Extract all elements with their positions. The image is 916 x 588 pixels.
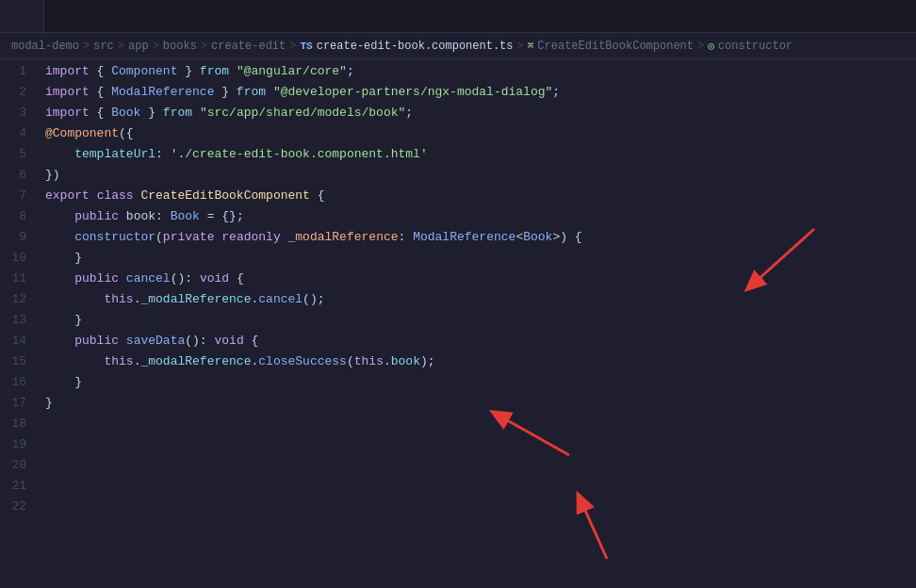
ts-file-icon: TS: [300, 41, 312, 52]
token-punct: (: [347, 354, 354, 368]
component-icon: ⌘: [528, 40, 534, 52]
code-area: 12345678910111213141516171819202122 impo…: [0, 59, 916, 588]
token-punct: ;: [405, 106, 413, 120]
code-content[interactable]: import { Component } from "@angular/core…: [41, 59, 916, 588]
token-kw: void: [200, 271, 229, 286]
token-fn: constructor: [74, 230, 155, 244]
line-number-6: 6: [11, 165, 26, 186]
line-number-21: 21: [11, 476, 26, 497]
code-line-17: }: [45, 310, 916, 331]
code-line-1: import { Component } from "@angular/core…: [45, 61, 916, 82]
token-punct: [45, 292, 104, 306]
token-class-name: CreateEditBookComponent: [140, 188, 309, 203]
line-number-1: 1: [11, 61, 26, 82]
line-number-18: 18: [11, 414, 26, 434]
token-punct: }: [140, 106, 162, 120]
line-number-11: 11: [11, 269, 26, 289]
line-numbers: 12345678910111213141516171819202122: [0, 59, 41, 588]
token-str: './create-edit-book.component.html': [171, 147, 428, 161]
constructor-icon: ◎: [708, 40, 714, 52]
line-number-20: 20: [11, 455, 26, 476]
token-kw: import: [45, 64, 90, 78]
breadcrumb-root: modal-demo: [11, 40, 79, 53]
line-number-22: 22: [11, 497, 26, 517]
token-kw2: from: [237, 85, 266, 99]
token-punct: [119, 334, 126, 348]
line-number-3: 3: [11, 103, 26, 123]
token-kw: public: [74, 271, 119, 286]
token-str: "@developer-partners/ngx-modal-dialog": [273, 85, 552, 99]
token-punct: [229, 64, 237, 78]
token-punct: {: [244, 334, 259, 348]
token-punct: {: [90, 106, 111, 120]
token-kw: import: [45, 85, 90, 99]
tab-bar: [0, 0, 916, 33]
breadcrumb: modal-demo > src > app > books > create-…: [0, 33, 916, 59]
token-punct: {: [310, 188, 325, 203]
arrow-line17: [494, 413, 569, 455]
token-punct: [192, 106, 200, 120]
token-punct: }: [45, 313, 82, 327]
token-punct: ;: [552, 85, 560, 99]
active-tab[interactable]: [0, 0, 44, 32]
token-punct: ();: [303, 292, 324, 306]
token-kw: import: [45, 106, 90, 120]
token-kw: public: [74, 334, 119, 348]
token-punct: [266, 85, 273, 99]
token-punct: {: [90, 64, 111, 78]
line-number-13: 13: [11, 310, 26, 331]
token-kw2: from: [163, 106, 192, 120]
token-prop: _modalReference: [140, 292, 251, 306]
breadcrumb-method: constructor: [718, 40, 793, 53]
token-punct: ():: [171, 271, 200, 286]
token-fn: saveData: [126, 334, 185, 348]
code-line-6: templateUrl: './create-edit-book.compone…: [45, 144, 916, 165]
line-number-16: 16: [11, 372, 26, 393]
code-line-13: }: [45, 248, 916, 269]
token-decorator: @Component: [45, 126, 119, 140]
token-punct: [45, 271, 74, 286]
token-param: _modalReference: [288, 230, 399, 244]
token-this-kw: this: [104, 354, 133, 368]
line-number-10: 10: [11, 248, 26, 269]
token-punct: [45, 354, 104, 368]
token-type2: ModalReference: [111, 85, 214, 99]
token-punct: }: [214, 85, 236, 99]
token-type2: Book: [111, 106, 140, 120]
breadcrumb-file[interactable]: create-edit-book.component.ts: [317, 40, 514, 53]
token-var2: book: [126, 209, 155, 223]
code-line-8: export class CreateEditBookComponent {: [45, 186, 916, 206]
code-line-2: import { ModalReference } from "@develop…: [45, 82, 916, 103]
token-punct: [45, 334, 74, 348]
code-line-19: public saveData(): void {: [45, 331, 916, 351]
line-number-14: 14: [11, 331, 26, 351]
token-kw2: from: [200, 64, 229, 78]
token-str: "@angular/core": [237, 64, 347, 78]
token-punct: );: [420, 354, 435, 368]
token-punct: }: [45, 375, 82, 389]
token-punct: [45, 147, 74, 161]
code-line-9: public book: Book = {};: [45, 206, 916, 227]
token-punct: }: [45, 251, 82, 265]
line-number-17: 17: [11, 393, 26, 414]
token-kw: void: [214, 334, 243, 348]
line-number-8: 8: [11, 206, 26, 227]
token-prop: templateUrl: [74, 147, 155, 161]
token-kw: class: [97, 188, 134, 203]
code-line-22: }: [45, 393, 916, 414]
token-punct: }: [177, 64, 199, 78]
token-punct: }: [45, 396, 53, 410]
code-line-3: import { Book } from "src/app/shared/mod…: [45, 103, 916, 123]
code-line-11: constructor(private readonly _modalRefer…: [45, 227, 916, 248]
token-fn: closeSuccess: [258, 354, 347, 368]
token-punct: {: [90, 85, 111, 99]
token-kw: public: [74, 209, 119, 223]
line-number-15: 15: [11, 351, 26, 372]
line-number-19: 19: [11, 434, 26, 455]
code-line-20: this._modalReference.closeSuccess(this.b…: [45, 351, 916, 372]
token-punct: ():: [185, 334, 214, 348]
token-kw: private: [163, 230, 215, 244]
code-line-16: this._modalReference.cancel();: [45, 289, 916, 310]
code-line-21: }: [45, 372, 916, 393]
line-number-2: 2: [11, 82, 26, 103]
